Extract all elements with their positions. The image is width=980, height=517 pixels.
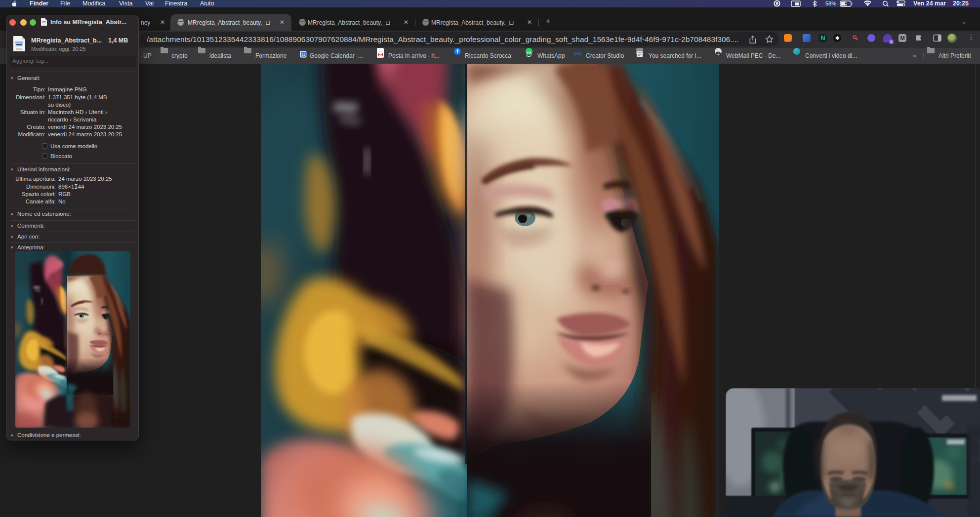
svg-text:31: 31: [301, 53, 305, 56]
svg-text:PNG: PNG: [16, 48, 22, 51]
